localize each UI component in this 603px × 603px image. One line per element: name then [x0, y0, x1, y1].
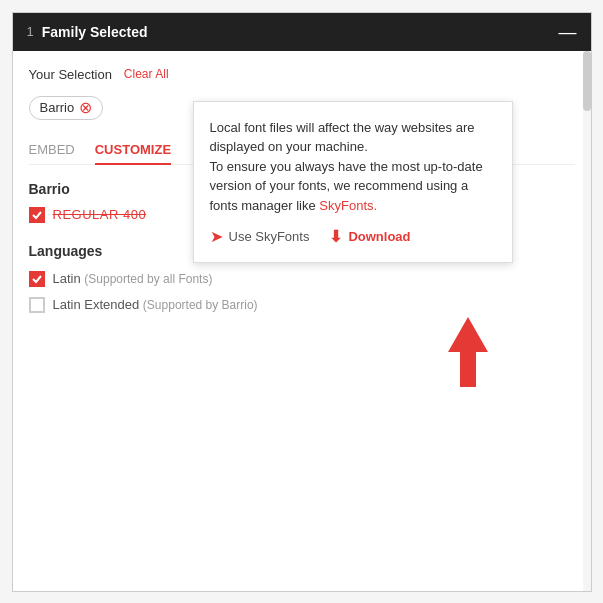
clear-all-link[interactable]: Clear All [124, 67, 169, 81]
panel-body: Your Selection Clear All Barrio ⊗ EMBED … [13, 51, 591, 591]
svg-marker-0 [448, 317, 488, 387]
language-row-latin-extended: Latin Extended (Supported by Barrio) [29, 297, 575, 313]
red-arrow-indicator [443, 317, 493, 391]
latin-checkbox[interactable] [29, 271, 45, 287]
font-variant-label: REGULAR 400 [53, 207, 147, 222]
scrollbar-track[interactable] [583, 51, 591, 591]
use-skyfonts-icon: ➤ [210, 227, 223, 246]
chip-remove-icon[interactable]: ⊗ [79, 100, 92, 116]
use-skyfonts-button[interactable]: ➤ Use SkyFonts [210, 227, 310, 246]
latin-extended-checkbox[interactable] [29, 297, 45, 313]
download-button[interactable]: ⬇ Download [329, 227, 410, 246]
tooltip-actions: ➤ Use SkyFonts ⬇ Download [210, 227, 496, 246]
download-tooltip: Local font files will affect the way web… [193, 101, 513, 264]
selection-label: Your Selection [29, 67, 112, 82]
minimize-button[interactable]: — [559, 23, 577, 41]
main-panel: 1 Family Selected — Your Selection Clear… [12, 12, 592, 592]
scrollbar-thumb[interactable] [583, 51, 591, 111]
tooltip-text: Local font files will affect the way web… [210, 118, 496, 216]
chip-label: Barrio [40, 100, 75, 115]
selection-row: Your Selection Clear All [29, 67, 575, 82]
header-left: 1 Family Selected [27, 24, 148, 40]
variant-checkbox[interactable] [29, 207, 45, 223]
panel-title: Family Selected [42, 24, 148, 40]
latin-extended-label: Latin Extended (Supported by Barrio) [53, 297, 258, 312]
download-icon: ⬇ [329, 227, 342, 246]
tab-customize[interactable]: CUSTOMIZE [95, 136, 171, 165]
latin-label: Latin (Supported by all Fonts) [53, 271, 213, 286]
family-count: 1 [27, 24, 34, 39]
panel-header: 1 Family Selected — [13, 13, 591, 51]
tab-embed[interactable]: EMBED [29, 136, 75, 165]
font-chip[interactable]: Barrio ⊗ [29, 96, 104, 120]
skyfonts-link[interactable]: SkyFonts. [319, 198, 377, 213]
language-row-latin: Latin (Supported by all Fonts) [29, 271, 575, 287]
